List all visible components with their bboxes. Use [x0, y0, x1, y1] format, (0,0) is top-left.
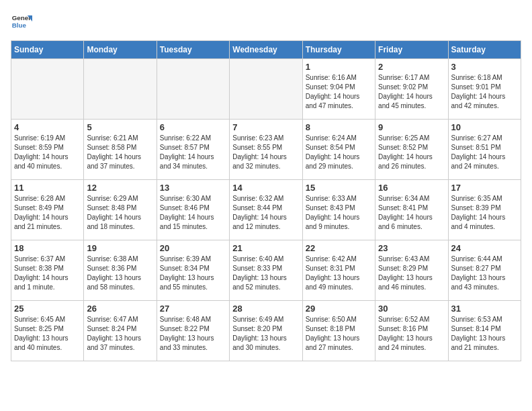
calendar-cell: 24Sunrise: 6:44 AM Sunset: 8:27 PM Dayli…	[448, 240, 521, 301]
day-info: Sunrise: 6:18 AM Sunset: 9:01 PM Dayligh…	[451, 73, 518, 111]
day-number: 26	[87, 304, 153, 314]
calendar-cell: 8Sunrise: 6:24 AM Sunset: 8:54 PM Daylig…	[302, 120, 375, 180]
calendar-cell: 29Sunrise: 6:50 AM Sunset: 8:18 PM Dayli…	[302, 301, 375, 361]
calendar-cell: 4Sunrise: 6:19 AM Sunset: 8:59 PM Daylig…	[11, 120, 84, 180]
day-number: 11	[14, 183, 81, 193]
day-info: Sunrise: 6:35 AM Sunset: 8:39 PM Dayligh…	[451, 194, 518, 232]
day-number: 31	[451, 304, 518, 314]
day-number: 25	[14, 304, 81, 314]
day-number: 14	[232, 183, 299, 193]
day-info: Sunrise: 6:52 AM Sunset: 8:16 PM Dayligh…	[378, 315, 445, 353]
day-number: 8	[306, 122, 372, 132]
calendar-week-row: 4Sunrise: 6:19 AM Sunset: 8:59 PM Daylig…	[11, 120, 521, 180]
day-info: Sunrise: 6:17 AM Sunset: 9:02 PM Dayligh…	[378, 73, 445, 111]
day-number: 22	[306, 243, 372, 253]
day-info: Sunrise: 6:19 AM Sunset: 8:59 PM Dayligh…	[14, 134, 81, 171]
day-info: Sunrise: 6:33 AM Sunset: 8:43 PM Dayligh…	[306, 194, 372, 232]
logo-icon: General Blue	[11, 11, 32, 32]
calendar-table: SundayMondayTuesdayWednesdayThursdayFrid…	[11, 40, 521, 361]
day-number: 20	[160, 243, 226, 253]
calendar-cell: 19Sunrise: 6:38 AM Sunset: 8:36 PM Dayli…	[84, 240, 157, 301]
day-info: Sunrise: 6:45 AM Sunset: 8:25 PM Dayligh…	[14, 315, 81, 353]
calendar-cell: 14Sunrise: 6:32 AM Sunset: 8:44 PM Dayli…	[230, 180, 302, 240]
weekday-header-row: SundayMondayTuesdayWednesdayThursdayFrid…	[11, 41, 521, 59]
day-number: 27	[160, 304, 226, 314]
day-number: 23	[378, 243, 445, 253]
day-number: 21	[232, 243, 299, 253]
calendar-cell: 26Sunrise: 6:47 AM Sunset: 8:24 PM Dayli…	[84, 301, 157, 361]
day-number: 4	[14, 122, 81, 132]
day-number: 1	[306, 62, 372, 72]
calendar-cell: 12Sunrise: 6:29 AM Sunset: 8:48 PM Dayli…	[84, 180, 157, 240]
calendar-cell: 23Sunrise: 6:43 AM Sunset: 8:29 PM Dayli…	[375, 240, 448, 301]
day-info: Sunrise: 6:23 AM Sunset: 8:55 PM Dayligh…	[232, 134, 299, 171]
logo: General Blue	[11, 11, 35, 32]
day-number: 2	[378, 62, 445, 72]
day-number: 18	[14, 243, 81, 253]
day-number: 13	[160, 183, 226, 193]
day-number: 6	[160, 122, 226, 132]
calendar-cell: 22Sunrise: 6:42 AM Sunset: 8:31 PM Dayli…	[302, 240, 375, 301]
day-info: Sunrise: 6:40 AM Sunset: 8:33 PM Dayligh…	[232, 255, 299, 292]
weekday-header: Tuesday	[157, 41, 229, 59]
day-number: 30	[378, 304, 445, 314]
day-info: Sunrise: 6:16 AM Sunset: 9:04 PM Dayligh…	[306, 73, 372, 111]
calendar-cell: 27Sunrise: 6:48 AM Sunset: 8:22 PM Dayli…	[157, 301, 229, 361]
calendar-cell: 2Sunrise: 6:17 AM Sunset: 9:02 PM Daylig…	[375, 59, 448, 120]
day-info: Sunrise: 6:37 AM Sunset: 8:38 PM Dayligh…	[14, 255, 81, 292]
day-info: Sunrise: 6:21 AM Sunset: 8:58 PM Dayligh…	[87, 134, 153, 171]
calendar-cell: 9Sunrise: 6:25 AM Sunset: 8:52 PM Daylig…	[375, 120, 448, 180]
calendar-cell	[84, 59, 157, 120]
svg-text:Blue: Blue	[12, 21, 27, 29]
calendar-cell: 13Sunrise: 6:30 AM Sunset: 8:46 PM Dayli…	[157, 180, 229, 240]
day-number: 19	[87, 243, 153, 253]
day-number: 16	[378, 183, 445, 193]
calendar-cell: 11Sunrise: 6:28 AM Sunset: 8:49 PM Dayli…	[11, 180, 84, 240]
day-number: 17	[451, 183, 518, 193]
calendar-week-row: 25Sunrise: 6:45 AM Sunset: 8:25 PM Dayli…	[11, 301, 521, 361]
day-number: 5	[87, 122, 153, 132]
day-number: 24	[451, 243, 518, 253]
weekday-header: Wednesday	[230, 41, 302, 59]
calendar-cell: 10Sunrise: 6:27 AM Sunset: 8:51 PM Dayli…	[448, 120, 521, 180]
day-info: Sunrise: 6:53 AM Sunset: 8:14 PM Dayligh…	[451, 315, 518, 353]
day-info: Sunrise: 6:44 AM Sunset: 8:27 PM Dayligh…	[451, 255, 518, 292]
day-info: Sunrise: 6:47 AM Sunset: 8:24 PM Dayligh…	[87, 315, 153, 353]
calendar-week-row: 11Sunrise: 6:28 AM Sunset: 8:49 PM Dayli…	[11, 180, 521, 240]
calendar-cell: 5Sunrise: 6:21 AM Sunset: 8:58 PM Daylig…	[84, 120, 157, 180]
calendar-cell	[157, 59, 229, 120]
day-info: Sunrise: 6:32 AM Sunset: 8:44 PM Dayligh…	[232, 194, 299, 232]
calendar-cell: 18Sunrise: 6:37 AM Sunset: 8:38 PM Dayli…	[11, 240, 84, 301]
calendar-week-row: 1Sunrise: 6:16 AM Sunset: 9:04 PM Daylig…	[11, 59, 521, 120]
day-info: Sunrise: 6:39 AM Sunset: 8:34 PM Dayligh…	[160, 255, 226, 292]
day-info: Sunrise: 6:49 AM Sunset: 8:20 PM Dayligh…	[232, 315, 299, 353]
day-info: Sunrise: 6:48 AM Sunset: 8:22 PM Dayligh…	[160, 315, 226, 353]
calendar-cell: 16Sunrise: 6:34 AM Sunset: 8:41 PM Dayli…	[375, 180, 448, 240]
day-number: 28	[232, 304, 299, 314]
day-number: 15	[306, 183, 372, 193]
calendar-week-row: 18Sunrise: 6:37 AM Sunset: 8:38 PM Dayli…	[11, 240, 521, 301]
calendar-cell: 31Sunrise: 6:53 AM Sunset: 8:14 PM Dayli…	[448, 301, 521, 361]
day-number: 9	[378, 122, 445, 132]
day-number: 10	[451, 122, 518, 132]
day-info: Sunrise: 6:42 AM Sunset: 8:31 PM Dayligh…	[306, 255, 372, 292]
day-number: 7	[232, 122, 299, 132]
day-info: Sunrise: 6:24 AM Sunset: 8:54 PM Dayligh…	[306, 134, 372, 171]
day-info: Sunrise: 6:27 AM Sunset: 8:51 PM Dayligh…	[451, 134, 518, 171]
calendar-cell: 17Sunrise: 6:35 AM Sunset: 8:39 PM Dayli…	[448, 180, 521, 240]
weekday-header: Friday	[375, 41, 448, 59]
calendar-cell: 3Sunrise: 6:18 AM Sunset: 9:01 PM Daylig…	[448, 59, 521, 120]
svg-text:General: General	[12, 14, 32, 21]
day-info: Sunrise: 6:29 AM Sunset: 8:48 PM Dayligh…	[87, 194, 153, 232]
weekday-header: Thursday	[302, 41, 375, 59]
calendar-cell	[230, 59, 302, 120]
day-info: Sunrise: 6:22 AM Sunset: 8:57 PM Dayligh…	[160, 134, 226, 171]
calendar-cell	[11, 59, 84, 120]
calendar-cell: 6Sunrise: 6:22 AM Sunset: 8:57 PM Daylig…	[157, 120, 229, 180]
day-info: Sunrise: 6:34 AM Sunset: 8:41 PM Dayligh…	[378, 194, 445, 232]
page-header: General Blue	[11, 11, 521, 32]
day-number: 3	[451, 62, 518, 72]
day-number: 12	[87, 183, 153, 193]
weekday-header: Saturday	[448, 41, 521, 59]
calendar-cell: 1Sunrise: 6:16 AM Sunset: 9:04 PM Daylig…	[302, 59, 375, 120]
